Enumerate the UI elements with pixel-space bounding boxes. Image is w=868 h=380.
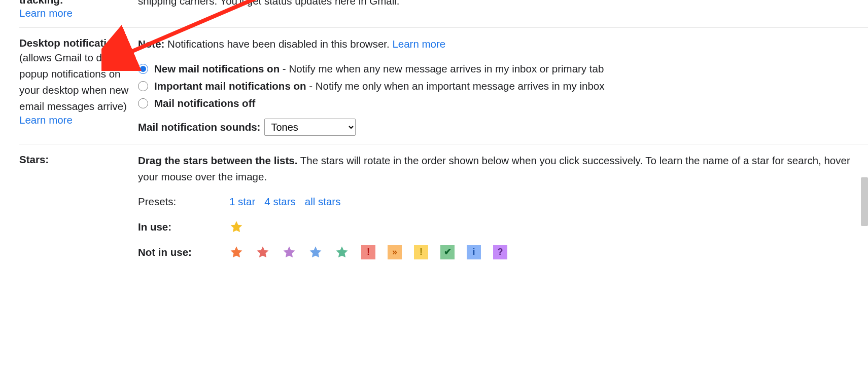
radio-important-mail-on-input[interactable] bbox=[138, 81, 148, 91]
mail-sounds-select[interactable]: Tones bbox=[264, 119, 356, 136]
star-red-icon[interactable] bbox=[256, 245, 270, 259]
radio-mail-off[interactable]: Mail notifications off bbox=[138, 95, 853, 111]
not-in-use-stars: !»!✔i? bbox=[229, 245, 519, 259]
desktop-notifications-label: Desktop notifications: bbox=[19, 36, 134, 50]
radio-important-mail-on[interactable]: Important mail notifications on - Notify… bbox=[138, 78, 853, 94]
in-use-stars bbox=[229, 220, 256, 234]
desktop-notifications-sub: (allows Gmail to display popup notificat… bbox=[19, 50, 134, 114]
star-purple-icon[interactable] bbox=[282, 245, 296, 259]
badge-blue-info-icon[interactable]: i bbox=[467, 245, 481, 259]
badge-yellow-bang-icon[interactable]: ! bbox=[414, 245, 428, 259]
badge-purple-question-icon[interactable]: ? bbox=[493, 245, 507, 259]
package-tracking-learn-more-link[interactable]: Learn more bbox=[19, 7, 134, 19]
scrollbar-thumb[interactable] bbox=[861, 177, 868, 226]
star-yellow-icon[interactable] bbox=[229, 220, 244, 234]
radio-new-mail-on[interactable]: New mail notifications on - Notify me wh… bbox=[138, 61, 853, 77]
not-in-use-label: Not in use: bbox=[138, 244, 229, 260]
preset-4-stars[interactable]: 4 stars bbox=[264, 194, 296, 210]
star-blue-icon[interactable] bbox=[308, 245, 323, 259]
desktop-notifications-learn-more-link[interactable]: Learn more bbox=[19, 114, 134, 126]
notifications-disabled-learn-more-link[interactable]: Learn more bbox=[392, 38, 445, 50]
badge-orange-arrows-icon[interactable]: » bbox=[388, 245, 402, 259]
star-orange-icon[interactable] bbox=[229, 245, 244, 259]
in-use-label: In use: bbox=[138, 219, 229, 235]
stars-description: Drag the stars between the lists. The st… bbox=[138, 153, 853, 185]
radio-new-mail-on-input[interactable] bbox=[138, 64, 148, 74]
badge-red-bang-icon[interactable]: ! bbox=[361, 245, 375, 259]
mail-sounds-label: Mail notification sounds: bbox=[138, 119, 260, 135]
radio-mail-off-input[interactable] bbox=[138, 98, 148, 108]
preset-1-star[interactable]: 1 star bbox=[229, 194, 255, 210]
star-green-icon[interactable] bbox=[335, 245, 349, 259]
presets-label: Presets: bbox=[138, 194, 229, 210]
stars-label: Stars: bbox=[19, 153, 134, 167]
preset-all-stars[interactable]: all stars bbox=[305, 194, 341, 210]
badge-green-check-icon[interactable]: ✔ bbox=[440, 245, 455, 259]
package-tracking-label: tracking: bbox=[19, 0, 134, 7]
package-tracking-desc: shipping carriers. You'll get status upd… bbox=[138, 0, 400, 7]
notifications-note: Note: Notifications have been disabled i… bbox=[138, 36, 853, 52]
